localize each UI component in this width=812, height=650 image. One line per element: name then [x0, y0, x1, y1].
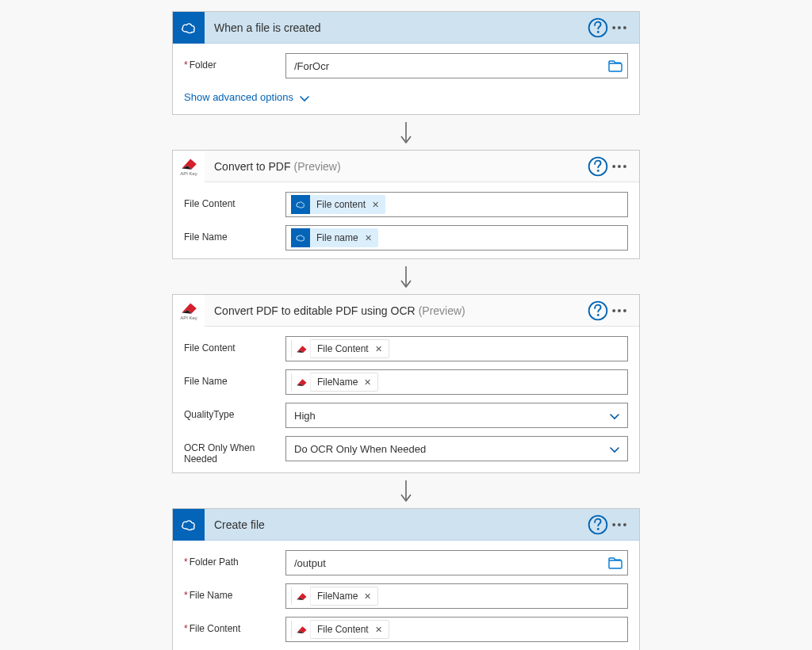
field-row: File Name File name ✕ [184, 225, 628, 250]
onedrive-icon [173, 12, 205, 44]
help-icon[interactable] [587, 300, 609, 322]
field-row: OCR Only When Needed Do OCR Only When Ne… [184, 436, 628, 465]
step-title: Convert to PDF [214, 160, 290, 173]
step-title: When a file is created [214, 21, 321, 34]
help-icon[interactable] [587, 17, 609, 39]
field-label: *Folder Path [184, 550, 285, 568]
apikey-icon [292, 339, 311, 358]
field-row: *File Name FileName ✕ [184, 583, 628, 609]
field-label: File Content [184, 336, 285, 354]
step-body: File Content File Content ✕ File Name Fi… [173, 327, 639, 472]
apikey-icon [292, 620, 311, 639]
apikey-icon [292, 373, 311, 392]
field-label: *File Name [184, 583, 285, 601]
step-title: Convert PDF to editable PDF using OCR [214, 304, 416, 317]
flow-step-card: When a file is created ••• *Folder /ForO… [172, 11, 640, 115]
remove-token-icon[interactable]: ✕ [373, 344, 389, 354]
flow-step-card: API Key Convert to PDF (Preview) ••• Fil… [172, 150, 640, 259]
dynamic-content-token[interactable]: File Content ✕ [291, 339, 389, 358]
remove-token-icon[interactable]: ✕ [370, 200, 385, 210]
field-row: QualityType High [184, 403, 628, 428]
step-header[interactable]: API Key Convert PDF to editable PDF usin… [173, 295, 639, 327]
chevron-down-icon [610, 411, 619, 420]
field-label: *File Content [184, 617, 285, 634]
remove-token-icon[interactable]: ✕ [363, 233, 378, 243]
apikey-icon [292, 587, 311, 606]
token-label: File Content [311, 343, 373, 354]
dynamic-content-token[interactable]: File Content ✕ [291, 620, 389, 639]
step-header[interactable]: Create file ••• [173, 509, 639, 541]
ellipsis-icon: ••• [612, 518, 629, 531]
step-body: *Folder /ForOcr Show advanced options [173, 44, 639, 114]
chevron-down-icon [300, 93, 309, 102]
field-label: OCR Only When Needed [184, 436, 285, 465]
token-input[interactable]: FileName ✕ [285, 583, 628, 609]
token-label: File content [310, 199, 370, 210]
token-label: FileName [311, 591, 362, 602]
token-input[interactable]: File Content ✕ [285, 336, 628, 361]
field-label: File Name [184, 369, 285, 387]
step-title: Create file [214, 518, 265, 531]
token-label: File Content [311, 624, 373, 635]
field-row: *File Content File Content ✕ [184, 617, 628, 642]
more-menu-button[interactable]: ••• [609, 300, 631, 322]
flow-arrow [399, 115, 413, 150]
dynamic-content-token[interactable]: FileName ✕ [291, 373, 378, 392]
help-icon[interactable] [587, 514, 609, 536]
remove-token-icon[interactable]: ✕ [362, 591, 377, 602]
select-input[interactable]: Do OCR Only When Needed [285, 436, 628, 461]
remove-token-icon[interactable]: ✕ [362, 377, 377, 388]
token-input[interactable]: File Content ✕ [285, 617, 628, 642]
step-title-suffix: (Preview) [293, 160, 340, 173]
step-body: *Folder Path /output *File Name FileName… [173, 541, 639, 650]
ellipsis-icon: ••• [612, 160, 629, 173]
dynamic-content-token[interactable]: File name ✕ [291, 228, 378, 247]
onedrive-icon [291, 228, 310, 247]
field-label: QualityType [184, 403, 285, 420]
token-label: File name [310, 232, 363, 243]
step-title-suffix: (Preview) [419, 304, 465, 317]
field-row: File Content File Content ✕ [184, 336, 628, 361]
apikey-icon: API Key [173, 151, 205, 182]
folder-input[interactable]: /ForOcr [285, 53, 628, 78]
flow-step-card: API Key Convert PDF to editable PDF usin… [172, 294, 640, 473]
help-icon[interactable] [587, 155, 609, 178]
onedrive-icon [291, 195, 310, 214]
onedrive-icon [173, 509, 205, 541]
field-row: *Folder /ForOcr [184, 53, 628, 78]
field-row: File Content File content ✕ [184, 192, 628, 217]
field-row: File Name FileName ✕ [184, 369, 628, 395]
token-input[interactable]: FileName ✕ [285, 369, 628, 395]
more-menu-button[interactable]: ••• [609, 155, 631, 178]
dynamic-content-token[interactable]: File content ✕ [291, 195, 385, 214]
field-label: *Folder [184, 53, 285, 71]
flow-step-card: Create file ••• *Folder Path /output *Fi… [172, 508, 640, 650]
folder-picker-icon[interactable] [608, 60, 622, 71]
token-label: FileName [311, 377, 362, 388]
step-body: File Content File content ✕ File Name Fi… [173, 182, 639, 258]
flow-arrow [399, 473, 413, 508]
step-header[interactable]: API Key Convert to PDF (Preview) ••• [173, 151, 639, 182]
select-input[interactable]: High [285, 403, 628, 428]
remove-token-icon[interactable]: ✕ [373, 625, 389, 635]
more-menu-button[interactable]: ••• [609, 514, 631, 536]
step-header[interactable]: When a file is created ••• [173, 12, 639, 44]
ellipsis-icon: ••• [612, 21, 629, 34]
field-label: File Content [184, 192, 285, 209]
ellipsis-icon: ••• [612, 304, 629, 317]
chevron-down-icon [610, 444, 619, 453]
token-input[interactable]: File content ✕ [285, 192, 628, 217]
more-menu-button[interactable]: ••• [609, 17, 631, 39]
folder-picker-icon[interactable] [608, 557, 622, 568]
dynamic-content-token[interactable]: FileName ✕ [291, 587, 378, 606]
apikey-icon: API Key [173, 295, 205, 327]
flow-arrow [399, 259, 413, 294]
show-advanced-options[interactable]: Show advanced options [184, 91, 309, 103]
field-label: File Name [184, 225, 285, 243]
folder-input[interactable]: /output [285, 550, 628, 575]
field-row: *Folder Path /output [184, 550, 628, 575]
token-input[interactable]: File name ✕ [285, 225, 628, 250]
